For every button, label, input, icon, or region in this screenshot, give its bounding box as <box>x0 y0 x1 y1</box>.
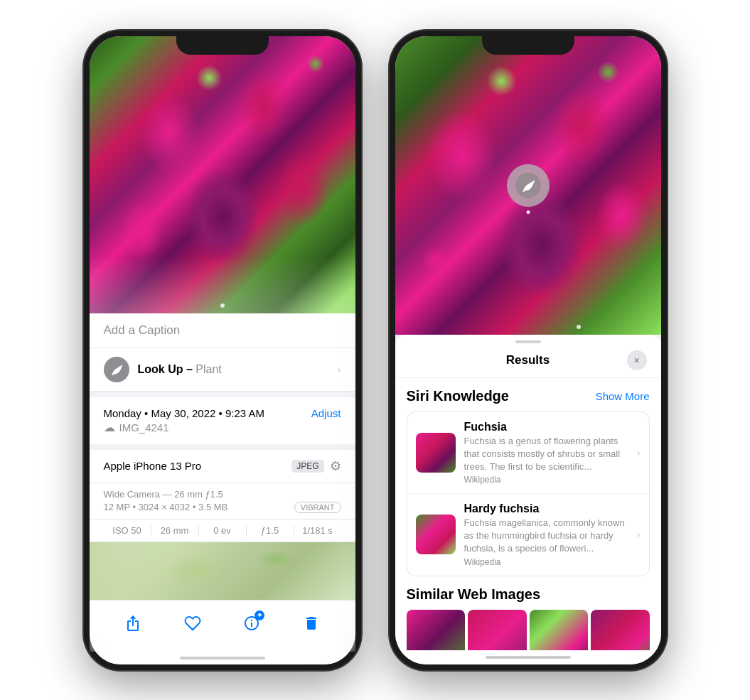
map-section[interactable] <box>90 542 355 600</box>
share-button[interactable] <box>119 609 147 637</box>
bottom-toolbar: ✦ <box>90 600 355 652</box>
favorite-button[interactable] <box>178 609 207 637</box>
focal-length: 26 mm <box>151 525 199 536</box>
left-phone: Add a Caption Look Up – Plant › Monday •… <box>84 31 361 670</box>
aperture-value: ƒ1.5 <box>247 525 294 536</box>
fuchsia-name: Fuchsia <box>464 421 628 434</box>
hardy-fuchsia-name: Hardy fuchsia <box>464 502 628 515</box>
results-header: Results × <box>395 343 661 378</box>
exposure-value: 0 ev <box>199 525 247 536</box>
visual-dot <box>526 210 530 214</box>
fuchsia-thumbnail <box>416 433 456 473</box>
device-name: Apple iPhone 13 Pro <box>104 460 202 472</box>
device-badges: JPEG ⚙ <box>291 458 341 474</box>
fuchsia-text: Fuchsia Fuchsia is a genus of flowering … <box>464 421 628 485</box>
similar-section: Similar Web Images <box>407 576 650 650</box>
fuchsia-desc: Fuchsia is a genus of flowering plants t… <box>464 435 628 474</box>
lookup-row[interactable]: Look Up – Plant › <box>90 348 355 392</box>
right-photo-image[interactable] <box>395 36 661 335</box>
photo-date: Monday • May 30, 2022 • 9:23 AM <box>104 407 264 419</box>
camera-info-row: Wide Camera — 26 mm ƒ1.5 12 MP • 3024 × … <box>90 483 355 519</box>
hardy-fuchsia-item[interactable]: Hardy fuchsia Fuchsia magellanica, commo… <box>407 494 649 576</box>
device-row: Apple iPhone 13 Pro JPEG ⚙ <box>90 450 355 483</box>
fuchsia-chevron-icon: › <box>637 447 641 458</box>
hardy-fuchsia-source: Wikipedia <box>464 557 628 567</box>
close-button[interactable]: × <box>627 350 647 370</box>
fuchsia-source: Wikipedia <box>464 475 628 485</box>
siri-knowledge-title: Siri Knowledge <box>407 388 509 404</box>
knowledge-card: Fuchsia Fuchsia is a genus of flowering … <box>407 411 650 576</box>
delete-button[interactable] <box>297 609 326 637</box>
iso-value: ISO 50 <box>104 525 151 536</box>
lookup-chevron-icon: › <box>338 364 341 375</box>
caption-placeholder[interactable]: Add a Caption <box>104 323 181 337</box>
visual-search-button[interactable] <box>507 164 550 207</box>
similar-image-4[interactable] <box>591 610 650 650</box>
right-notch <box>482 31 574 55</box>
format-badge: JPEG <box>291 460 323 473</box>
right-screen: Results × Siri Knowledge Show More <box>395 36 661 664</box>
exif-row: ISO 50 26 mm 0 ev ƒ1.5 1/181 s <box>90 519 355 542</box>
camera-type: Wide Camera — 26 mm ƒ1.5 <box>104 489 341 500</box>
results-content[interactable]: Siri Knowledge Show More Fuchsia Fuchsia… <box>395 378 661 650</box>
photo-image[interactable] <box>90 36 355 313</box>
page-indicator <box>220 303 225 308</box>
hardy-fuchsia-thumbnail <box>416 515 456 554</box>
settings-icon[interactable]: ⚙ <box>330 458 341 474</box>
hardy-fuchsia-desc: Fuchsia magellanica, commonly known as t… <box>464 517 628 556</box>
info-badge: ✦ <box>255 610 264 620</box>
right-phone: Results × Siri Knowledge Show More <box>390 31 667 670</box>
similar-image-3[interactable] <box>530 610 589 650</box>
adjust-button[interactable]: Adjust <box>311 407 341 419</box>
hardy-chevron-icon: › <box>637 529 641 540</box>
results-title: Results <box>429 353 627 367</box>
fuchsia-item[interactable]: Fuchsia Fuchsia is a genus of flowering … <box>407 412 649 495</box>
close-icon: × <box>633 355 639 366</box>
similar-title: Similar Web Images <box>407 586 650 603</box>
results-panel: Results × Siri Knowledge Show More <box>395 335 661 650</box>
visual-lookup-icon <box>104 357 129 382</box>
lookup-text: Look Up – Plant <box>138 363 222 376</box>
home-bar <box>180 657 265 659</box>
right-page-indicator <box>577 325 581 329</box>
siri-knowledge-header: Siri Knowledge Show More <box>407 378 650 411</box>
device-section: Apple iPhone 13 Pro JPEG ⚙ Wide Camera —… <box>90 450 355 542</box>
info-button[interactable]: ✦ <box>237 609 266 637</box>
cloud-icon: ☁ <box>104 421 115 434</box>
caption-area[interactable]: Add a Caption <box>90 313 355 348</box>
left-screen: Add a Caption Look Up – Plant › Monday •… <box>90 36 355 664</box>
hardy-fuchsia-text: Hardy fuchsia Fuchsia magellanica, commo… <box>464 502 628 567</box>
vibrant-badge: VIBRANT <box>294 502 341 513</box>
filename: IMG_4241 <box>119 421 169 434</box>
right-home-indicator <box>395 650 661 664</box>
similar-images-grid <box>407 610 650 650</box>
metadata-section: Monday • May 30, 2022 • 9:23 AM Adjust ☁… <box>90 397 355 444</box>
right-home-bar <box>486 656 571 659</box>
shutter-speed: 1/181 s <box>294 525 341 536</box>
notch <box>176 31 269 55</box>
camera-specs: 12 MP • 3024 × 4032 • 3.5 MB <box>104 502 228 512</box>
visual-search-inner-icon <box>515 173 541 198</box>
similar-image-1[interactable] <box>407 610 466 650</box>
show-more-button[interactable]: Show More <box>596 390 650 402</box>
similar-image-2[interactable] <box>468 610 527 650</box>
home-indicator <box>90 652 355 664</box>
